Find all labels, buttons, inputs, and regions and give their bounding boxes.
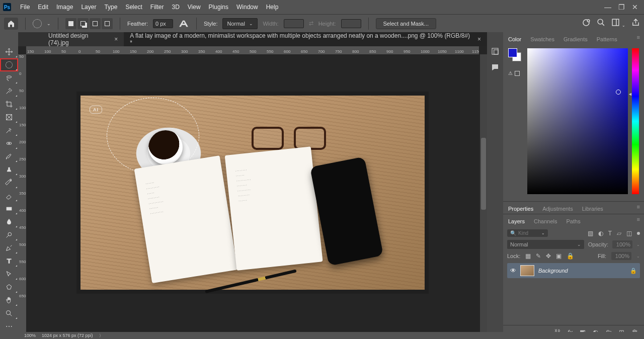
filter-smart-icon[interactable]: ◫ [626,230,632,237]
history-panel-icon[interactable] [490,46,500,56]
chevron-down-icon[interactable]: ⌄ [636,254,640,259]
layer-filter-input[interactable] [518,230,539,236]
fill-value[interactable]: 100% [611,252,631,260]
dodge-tool[interactable] [0,228,18,241]
close-window-button[interactable]: ✕ [632,3,638,11]
filter-adjustment-icon[interactable]: ◐ [598,230,603,237]
tab-adjustments[interactable]: Adjustments [541,204,574,214]
filter-type-icon[interactable]: T [608,230,612,237]
selection-add-button[interactable] [77,18,89,29]
panel-menu-icon[interactable]: ≡ [637,216,640,226]
filter-toggle-icon[interactable] [637,232,640,235]
cloud-share-icon[interactable] [582,18,591,29]
canvas[interactable]: AI · · · · · ·· · · · · · · · ·· · · · ·… [26,54,479,332]
comments-panel-icon[interactable] [490,62,500,72]
shape-tool[interactable] [0,281,18,294]
chevron-down-icon[interactable]: ⌄ [636,242,640,247]
path-selection-tool[interactable] [0,268,18,281]
foreground-color-swatch[interactable] [508,48,517,57]
marquee-tool-icon[interactable] [33,19,42,28]
layer-item-background[interactable]: 👁 Background 🔒 [507,263,640,278]
tab-properties[interactable]: Properties [507,204,534,214]
menu-file[interactable]: File [16,4,34,11]
blend-mode-select[interactable]: Normal⌄ [507,240,584,249]
blur-tool[interactable] [0,215,18,228]
history-brush-tool[interactable] [0,176,18,189]
tab-color[interactable]: Color [507,34,522,44]
menu-3d[interactable]: 3D [168,4,183,11]
websafe-icon[interactable] [515,71,520,76]
ruler-horizontal[interactable]: 1501005005010015020025030035040045050055… [26,46,479,54]
menu-window[interactable]: Window [232,4,262,11]
close-tab-icon[interactable]: × [477,36,481,43]
edit-toolbar-button[interactable]: ⋯ [0,320,18,333]
ruler-vertical[interactable]: 5005010015020025030035040045050055060065… [18,54,26,332]
menu-select[interactable]: Select [121,4,146,11]
elliptical-marquee-tool[interactable] [0,58,18,71]
maximize-button[interactable]: ❐ [618,3,625,11]
minimize-button[interactable]: — [604,3,611,11]
selection-subtract-button[interactable] [90,18,101,29]
scrollbar-vertical[interactable] [480,54,487,332]
filter-shape-icon[interactable]: ▱ [617,230,621,237]
selection-intersect-button[interactable] [102,18,113,29]
color-field[interactable] [527,48,628,194]
menu-view[interactable]: View [184,4,205,11]
select-and-mask-button[interactable]: Select and Mask... [376,18,437,29]
share-export-icon[interactable] [631,18,640,29]
feather-input[interactable]: 0 px [153,19,173,28]
gamut-warning-icon[interactable]: ⚠ [508,70,513,76]
type-tool[interactable] [0,255,18,268]
healing-brush-tool[interactable] [0,137,18,150]
menu-image[interactable]: Image [52,4,77,11]
lasso-tool[interactable] [0,71,18,84]
lock-artboard-icon[interactable]: ▣ [556,252,561,260]
frame-tool[interactable] [0,111,18,124]
foreground-background-swatch[interactable] [508,48,521,61]
move-tool[interactable] [0,45,18,58]
menu-layer[interactable]: Layer [77,4,100,11]
eraser-tool[interactable] [0,189,18,202]
close-tab-icon[interactable]: × [114,36,118,43]
style-select[interactable]: Normal⌄ [222,18,258,29]
panel-menu-icon[interactable]: ≡ [637,204,640,214]
lock-icon[interactable]: 🔒 [630,268,637,274]
menu-edit[interactable]: Edit [34,4,52,11]
menu-plugins[interactable]: Plugins [205,4,232,11]
tab-patterns[interactable]: Patterns [596,34,618,44]
gradient-tool[interactable] [0,202,18,215]
tab-libraries[interactable]: Libraries [581,204,604,214]
zoom-level[interactable]: 100% [24,333,36,338]
home-button[interactable] [4,18,18,30]
document-tab-1[interactable]: A flat lay image of a modern, minimalist… [124,32,487,46]
tool-preset-chevron-icon[interactable]: ⌄ [47,21,51,26]
visibility-toggle-icon[interactable]: 👁 [510,267,516,274]
lock-pixels-icon[interactable]: ✎ [536,252,541,260]
document-tab-0[interactable]: Untitled design (74).jpg× [42,32,124,46]
antialias-icon[interactable] [178,19,189,28]
lock-all-icon[interactable]: 🔒 [567,252,574,260]
filter-pixel-icon[interactable]: ▧ [588,230,593,237]
quick-selection-tool[interactable] [0,84,18,98]
lock-position-icon[interactable]: ✥ [546,252,551,260]
zoom-tool[interactable] [0,307,18,320]
search-icon[interactable] [597,18,605,29]
clone-stamp-tool[interactable] [0,163,18,176]
menu-filter[interactable]: Filter [146,4,168,11]
selection-new-button[interactable] [65,18,76,29]
opacity-value[interactable]: 100% [612,240,632,248]
tab-paths[interactable]: Paths [566,216,582,226]
eyedropper-tool[interactable] [0,124,18,137]
menu-help[interactable]: Help [262,4,283,11]
hue-slider[interactable] [632,48,639,194]
menu-type[interactable]: Type [100,4,121,11]
lock-transparency-icon[interactable]: ▦ [525,252,531,260]
crop-tool[interactable] [0,98,18,111]
layer-thumbnail[interactable] [520,265,534,276]
workspace-switcher-icon[interactable]: ⌄ [611,18,625,29]
panel-menu-icon[interactable]: ≡ [637,34,640,44]
tab-swatches[interactable]: Swatches [529,34,555,44]
hand-tool[interactable] [0,294,18,307]
layer-filter-kind[interactable]: 🔍 ⌄ [507,229,548,237]
tab-gradients[interactable]: Gradients [562,34,589,44]
